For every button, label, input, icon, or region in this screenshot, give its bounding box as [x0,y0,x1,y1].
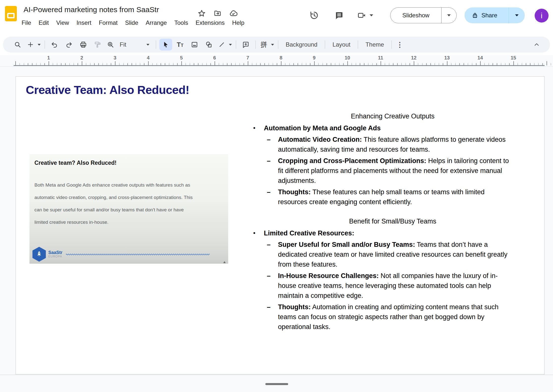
print-button[interactable] [77,39,90,51]
menu-insert[interactable]: Insert [73,18,95,28]
ruler-number-11: 11 [378,55,383,61]
slideshow-dropdown[interactable] [442,14,456,16]
ruler-number-9: 9 [313,55,315,61]
insert-image-tool[interactable] [188,39,201,51]
menu-format[interactable]: Format [95,18,121,28]
insert-shape-tool[interactable] [202,39,215,51]
undo-button[interactable] [48,39,61,51]
paint-format-button[interactable] [91,39,104,51]
menu-file[interactable]: File [18,18,35,28]
menu-arrange[interactable]: Arrange [142,18,170,28]
screenshot-text-line: can be super useful for small and/or bus… [34,204,223,216]
insert-comment-tool[interactable] [239,39,252,51]
zoom-select[interactable]: Fit [116,39,153,51]
account-avatar[interactable]: i [535,9,549,23]
text-box-tool[interactable]: TT [174,39,187,51]
content-section: Enhancing Creative Outputs•Automation by… [248,111,537,207]
ruler-number-13: 13 [444,55,450,61]
menu-extensions[interactable]: Extensions [192,18,228,28]
menu-view[interactable]: View [53,18,73,28]
sub-bullet-item: –Super Useful for Small and/or Busy Team… [248,240,513,269]
dash-glyph: – [267,187,271,197]
toolbar: Fit TT 拼 Background Layout Theme ⋮ [3,37,550,53]
menu-tools[interactable]: Tools [170,18,192,28]
ruler-baseline [14,65,545,66]
menu-slide[interactable]: Slide [121,18,142,28]
star-icon[interactable] [197,9,206,18]
zoom-caret-icon[interactable] [146,44,149,46]
zoom-icon[interactable] [106,39,115,51]
dash-glyph: – [267,271,271,281]
share-button[interactable]: Share [465,7,525,23]
sub-bullet-item: –Thoughts: Automation in creating and op… [248,302,513,332]
ruler-number-12: 12 [411,55,416,61]
theme-button[interactable]: Theme [360,39,389,51]
move-to-folder-icon[interactable] [213,9,222,18]
slideshow-button[interactable]: Slideshow [390,7,457,23]
content-section: Benefit for Small/Busy Teams•Limited Cre… [248,216,537,332]
line-caret-icon[interactable] [229,44,232,46]
bullet-glyph: • [253,228,255,238]
saastr-logo-subtitle: EUROPA [48,255,62,258]
section-heading: Benefit for Small/Busy Teams [248,216,537,226]
lock-icon [471,12,478,19]
ruler-number-2: 2 [80,55,83,61]
menu-help[interactable]: Help [228,18,248,28]
video-camera-icon [357,11,366,20]
embedded-screenshot-image[interactable]: Creative team? Also Reduced! Both Meta a… [29,154,228,264]
share-label[interactable]: Share [481,12,497,19]
ruler-number-6: 6 [213,55,216,61]
more-options-icon[interactable]: ⋮ [395,39,405,51]
new-slide-caret-icon[interactable] [38,44,41,46]
comments-icon[interactable] [332,9,345,21]
input-tools-button[interactable]: 拼 [259,39,269,51]
sub-bullet-item: –Thoughts: These features can help small… [248,187,513,207]
sub-bullet-item: –Cropping and Cross-Placement Optimizati… [248,156,513,186]
notes-resize-handle[interactable] [265,383,288,385]
background-button[interactable]: Background [281,39,322,51]
slideshow-label[interactable]: Slideshow [390,12,441,19]
dash-glyph: – [267,156,271,166]
ruler-number-1: 1 [47,55,50,61]
share-dropdown[interactable] [509,14,525,16]
bullet-item: •Automation by Meta and Google Ads [248,123,537,133]
section-heading: Enhancing Creative Outputs [248,111,537,121]
top-bar: AI-Powered marketing notes from SaaStr F… [0,0,553,37]
ruler-number-15: 15 [511,55,516,61]
slide-page[interactable]: Creative Team: Also Reduced! Creative te… [16,76,545,374]
document-status-cloud-icon[interactable] [229,9,238,18]
video-call-caret-icon[interactable] [370,14,373,16]
collapse-toolbar-icon[interactable] [530,39,543,51]
ruler-number-5: 5 [180,55,183,61]
screenshot-text-line: limited creative resources in-house. [34,216,223,228]
document-title[interactable]: AI-Powered marketing notes from SaaStr [24,5,159,14]
sub-bullet-item: –Automatic Video Creation: This feature … [248,135,513,154]
select-tool[interactable] [159,39,172,51]
horizontal-ruler: 123456789101112131415 [0,55,553,66]
slides-logo-inner [7,13,15,18]
ruler-number-3: 3 [113,55,116,61]
input-tools-caret-icon[interactable] [271,44,274,46]
layout-button[interactable]: Layout [328,39,355,51]
screenshot-text-line: automatic video creation, cropping, and … [34,191,223,204]
dash-glyph: – [267,240,271,250]
saastr-logo-title: SaaStr [48,250,62,255]
ruler-number-10: 10 [345,55,350,61]
redo-button[interactable] [62,39,75,51]
speaker-notes-bar [0,375,553,392]
input-tool-glyph: 拼 [261,40,267,49]
insert-line-tool[interactable] [217,39,227,51]
menu-bar: FileEditViewInsertFormatSlideArrangeTool… [18,18,248,28]
video-call-control[interactable] [357,11,373,20]
new-slide-button[interactable] [26,39,35,51]
shot-body: Both Meta and Google Ads enhance creativ… [34,179,223,228]
slide-title-text[interactable]: Creative Team: Also Reduced! [26,83,189,97]
slide-right-content[interactable]: Enhancing Creative Outputs•Automation by… [248,111,537,333]
sub-bullet-item: –In-House Resource Challenges: Not all c… [248,271,513,301]
slides-app-logo[interactable] [5,6,17,21]
bullet-item: •Limited Creative Resources: [248,228,537,238]
screenshot-text-line: Both Meta and Google Ads enhance creativ… [34,179,223,191]
search-menus-icon[interactable] [11,39,24,51]
menu-edit[interactable]: Edit [35,18,53,28]
version-history-icon[interactable] [308,9,321,21]
